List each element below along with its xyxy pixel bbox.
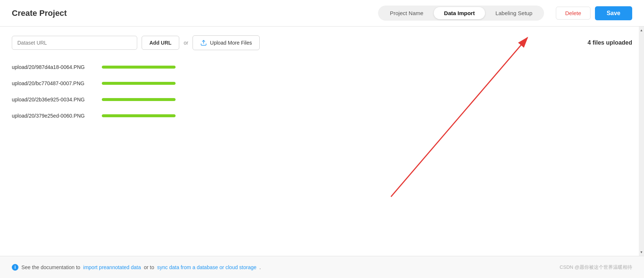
table-row: upload/20/379e25ed-0060.PNG (12, 108, 632, 124)
file-name: upload/20/2b36e925-0034.PNG (12, 97, 93, 102)
import-preannotated-link[interactable]: import preannotated data (83, 264, 141, 270)
header: Create Project Project Name Data Import … (0, 0, 644, 27)
file-list: upload/20/987d4a18-0064.PNG upload/20/bc… (0, 56, 644, 256)
header-actions: Delete Save (556, 6, 632, 20)
progress-bar-fill (102, 114, 176, 117)
upload-icon (200, 39, 207, 46)
url-bar: Add URL or Upload More Files 4 files upl… (0, 27, 644, 56)
add-url-button[interactable]: Add URL (142, 36, 179, 50)
upload-more-files-button[interactable]: Upload More Files (193, 35, 260, 50)
footer: i See the documentation to import preann… (0, 256, 644, 278)
progress-bar-bg (102, 82, 176, 85)
progress-bar-fill (102, 82, 176, 85)
scrollbar-up-arrow[interactable]: ▲ (639, 27, 644, 34)
progress-bar-bg (102, 98, 176, 101)
delete-button[interactable]: Delete (556, 7, 590, 20)
file-name: upload/20/bc770487-0007.PNG (12, 80, 93, 86)
page-title: Create Project (12, 8, 67, 18)
footer-text-middle: or to (144, 264, 154, 270)
footer-watermark: CSDN @愿你被这个世界温暖相待 (560, 264, 632, 271)
progress-bar-fill (102, 98, 176, 101)
step-project-name[interactable]: Project Name (380, 7, 434, 19)
footer-period: . (259, 264, 261, 270)
file-name: upload/20/379e25ed-0060.PNG (12, 113, 93, 119)
or-separator: or (184, 40, 188, 46)
file-name: upload/20/987d4a18-0064.PNG (12, 64, 93, 70)
progress-bar-fill (102, 66, 176, 69)
table-row: upload/20/987d4a18-0064.PNG (12, 59, 632, 75)
main-content: Add URL or Upload More Files 4 files upl… (0, 27, 644, 256)
step-data-import[interactable]: Data Import (434, 7, 485, 19)
info-icon: i (12, 264, 18, 271)
footer-info: i See the documentation to import preann… (12, 264, 261, 271)
table-row: upload/20/2b36e925-0034.PNG (12, 91, 632, 108)
scrollbar[interactable]: ▲ ▼ (639, 27, 644, 256)
files-uploaded-count: 4 files uploaded (588, 39, 632, 46)
footer-text-before-link1: See the documentation to (21, 264, 80, 270)
progress-bar-bg (102, 114, 176, 117)
dataset-url-input[interactable] (12, 36, 137, 50)
table-row: upload/20/bc770487-0007.PNG (12, 75, 632, 91)
step-labeling-setup[interactable]: Labeling Setup (485, 7, 543, 19)
progress-bar-bg (102, 66, 176, 69)
save-button[interactable]: Save (595, 6, 632, 20)
sync-data-link[interactable]: sync data from a database or cloud stora… (157, 264, 256, 270)
scrollbar-down-arrow[interactable]: ▼ (639, 249, 644, 256)
steps-nav: Project Name Data Import Labeling Setup (378, 6, 544, 21)
